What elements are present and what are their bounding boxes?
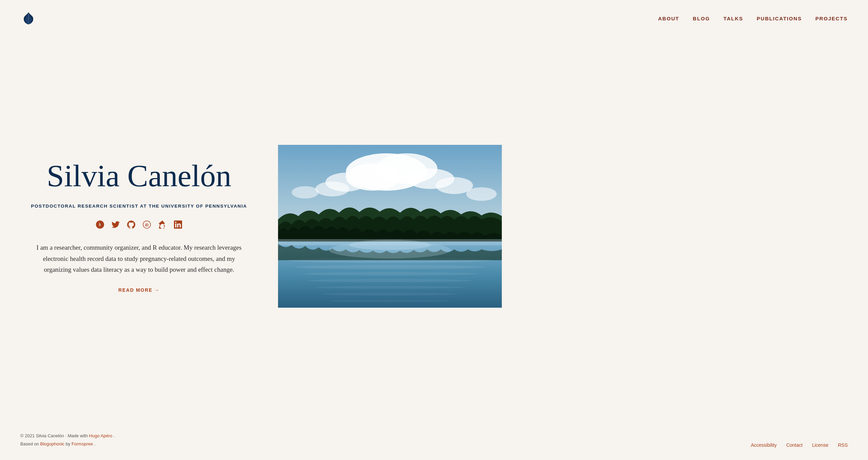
hugo-apero-link[interactable]: Hugo Apéro xyxy=(89,433,113,438)
twitter-icon-link[interactable] xyxy=(110,219,121,230)
svg-point-14 xyxy=(295,265,485,269)
nav-blog[interactable]: BLOG xyxy=(693,16,710,21)
footer-license-link[interactable]: License xyxy=(812,442,828,448)
nav-about[interactable]: ABOUT xyxy=(658,16,679,21)
footer-copyright-line: © 2021 Silvia Canelón · Made with Hugo A… xyxy=(20,432,115,440)
svg-text:ID: ID xyxy=(145,223,149,227)
svg-point-17 xyxy=(315,286,465,289)
hero-photo-panel xyxy=(278,145,502,308)
hero-left-panel: Silvia Canelón POSTDOCTORAL RESEARCH SCI… xyxy=(20,159,258,293)
linkedin-icon-link[interactable] xyxy=(173,219,183,230)
nav-publications[interactable]: PUBLICATIONS xyxy=(757,16,802,21)
footer-period: . xyxy=(114,433,115,438)
svg-point-16 xyxy=(309,279,471,282)
hero-lake-photo xyxy=(278,145,502,308)
hero-bio: I am a researcher, community organizer, … xyxy=(34,242,244,275)
svg-point-18 xyxy=(322,293,458,295)
svg-point-8 xyxy=(315,181,349,196)
site-logo[interactable] xyxy=(20,9,37,27)
copyright-text: © 2021 Silvia Canelón xyxy=(20,433,64,438)
svg-point-15 xyxy=(302,272,478,275)
main-content: Silvia Canelón POSTDOCTORAL RESEARCH SCI… xyxy=(0,37,868,422)
footer-separator: · xyxy=(65,433,67,438)
main-nav: ABOUT BLOG TALKS PUBLICATIONS PROJECTS xyxy=(658,16,848,21)
read-more-link[interactable]: READ MORE → xyxy=(118,287,160,293)
github-icon-link[interactable] xyxy=(126,219,137,230)
twitter-icon xyxy=(112,221,120,229)
svg-point-19 xyxy=(329,300,451,302)
footer-left: © 2021 Silvia Canelón · Made with Hugo A… xyxy=(20,432,115,448)
blogophonic-link[interactable]: Blogophonic xyxy=(40,441,65,446)
svg-point-11 xyxy=(466,187,497,201)
google-scholar-icon xyxy=(158,221,166,229)
footer-accessibility-link[interactable]: Accessibility xyxy=(751,442,776,448)
footer-period2: . xyxy=(94,441,96,446)
nav-projects[interactable]: PROJECTS xyxy=(815,16,848,21)
github-icon xyxy=(127,221,135,229)
logo-icon xyxy=(20,9,37,26)
footer-rss-link[interactable]: RSS xyxy=(838,442,848,448)
footer-right-links: Accessibility Contact License RSS xyxy=(751,442,848,448)
orcid-icon-link[interactable] xyxy=(95,219,105,230)
formspree-link[interactable]: Formspree xyxy=(72,441,93,446)
researchid-icon-link[interactable]: ID xyxy=(141,219,152,230)
based-on-text: Based on xyxy=(20,441,39,446)
svg-point-10 xyxy=(292,186,319,198)
google-scholar-icon-link[interactable] xyxy=(157,219,168,230)
svg-rect-22 xyxy=(278,239,502,245)
researchid-icon: ID xyxy=(143,221,151,229)
hero-title: POSTDOCTORAL RESEARCH SCIENTIST AT THE U… xyxy=(31,203,247,210)
nav-talks[interactable]: TALKS xyxy=(724,16,743,21)
orcid-icon xyxy=(96,221,104,229)
footer-by-text: by xyxy=(66,441,71,446)
linkedin-icon xyxy=(174,221,182,229)
hero-name: Silvia Canelón xyxy=(47,159,231,192)
made-with-text: Made with xyxy=(68,433,88,438)
social-icons-group: ID xyxy=(95,219,183,230)
footer-contact-link[interactable]: Contact xyxy=(786,442,803,448)
footer: © 2021 Silvia Canelón · Made with Hugo A… xyxy=(0,422,868,460)
footer-based-on-line: Based on Blogophonic by Formspree . xyxy=(20,440,115,448)
